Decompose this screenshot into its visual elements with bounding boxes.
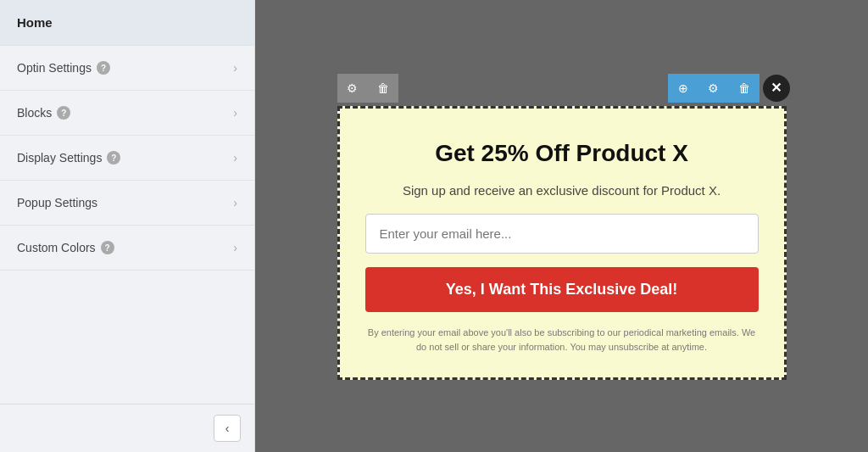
chevron-icon-custom-colors: › bbox=[233, 241, 237, 254]
move-button[interactable]: ⊕ bbox=[668, 74, 698, 103]
submit-button[interactable]: Yes, I Want This Exclusive Deal! bbox=[365, 267, 759, 312]
sidebar-label-custom-colors: Custom Colors bbox=[17, 241, 96, 254]
chevron-icon-blocks: › bbox=[233, 106, 237, 120]
sidebar-item-home: Home bbox=[0, 0, 254, 46]
sidebar-label-home: Home bbox=[17, 15, 53, 30]
sidebar-label-optin-settings: Optin Settings bbox=[17, 61, 92, 75]
delete-right-button[interactable]: 🗑 bbox=[729, 74, 760, 103]
popup-title: Get 25% Off Product X bbox=[435, 139, 688, 168]
popup-disclaimer: By entering your email above you'll also… bbox=[365, 326, 759, 354]
sidebar-collapse-area: ‹ bbox=[0, 404, 254, 452]
chevron-icon-popup-settings: › bbox=[233, 196, 237, 209]
email-input[interactable] bbox=[365, 214, 759, 254]
sidebar-item-display-settings[interactable]: Display Settings?› bbox=[0, 136, 254, 181]
sidebar-label-display-settings: Display Settings bbox=[17, 151, 102, 165]
collapse-button[interactable]: ‹ bbox=[214, 415, 241, 442]
main-canvas: ⚙ 🗑 ⊕ ⚙ 🗑 ✕ Get 25% Off Product X Sig bbox=[255, 0, 868, 452]
popup-subtitle: Sign up and receive an exclusive discoun… bbox=[403, 181, 721, 201]
popup-toolbar-top: ⚙ 🗑 bbox=[337, 74, 398, 103]
close-button[interactable]: ✕ bbox=[763, 75, 790, 102]
sidebar-item-optin-settings[interactable]: Optin Settings?› bbox=[0, 46, 254, 91]
sidebar-item-custom-colors[interactable]: Custom Colors?› bbox=[0, 226, 254, 271]
popup-toolbar-right: ⊕ ⚙ 🗑 ✕ bbox=[668, 74, 790, 103]
chevron-icon-display-settings: › bbox=[233, 151, 237, 165]
sidebar-item-popup-settings[interactable]: Popup Settings› bbox=[0, 181, 254, 226]
settings-right-button[interactable]: ⚙ bbox=[698, 74, 729, 103]
help-icon-blocks[interactable]: ? bbox=[57, 106, 70, 120]
move-icon: ⊕ bbox=[678, 81, 688, 95]
sidebar-label-blocks: Blocks bbox=[17, 106, 52, 120]
help-icon-optin-settings[interactable]: ? bbox=[97, 61, 110, 75]
popup-panel: Get 25% Off Product X Sign up and receiv… bbox=[337, 106, 787, 380]
gear-right-icon: ⚙ bbox=[708, 81, 719, 95]
settings-button[interactable]: ⚙ bbox=[337, 74, 368, 103]
gear-icon: ⚙ bbox=[347, 81, 358, 95]
trash-icon: 🗑 bbox=[377, 81, 389, 95]
sidebar-item-blocks[interactable]: Blocks?› bbox=[0, 91, 254, 136]
close-icon: ✕ bbox=[771, 80, 782, 96]
trash-right-icon: 🗑 bbox=[738, 81, 750, 95]
sidebar-label-popup-settings: Popup Settings bbox=[17, 196, 97, 209]
popup-wrapper: ⚙ 🗑 ⊕ ⚙ 🗑 ✕ Get 25% Off Product X Sig bbox=[337, 106, 787, 380]
help-icon-custom-colors[interactable]: ? bbox=[101, 241, 114, 254]
chevron-icon-optin-settings: › bbox=[233, 61, 237, 75]
sidebar: HomeOptin Settings?›Blocks?›Display Sett… bbox=[0, 0, 255, 452]
delete-button[interactable]: 🗑 bbox=[368, 74, 398, 103]
help-icon-display-settings[interactable]: ? bbox=[107, 151, 120, 165]
